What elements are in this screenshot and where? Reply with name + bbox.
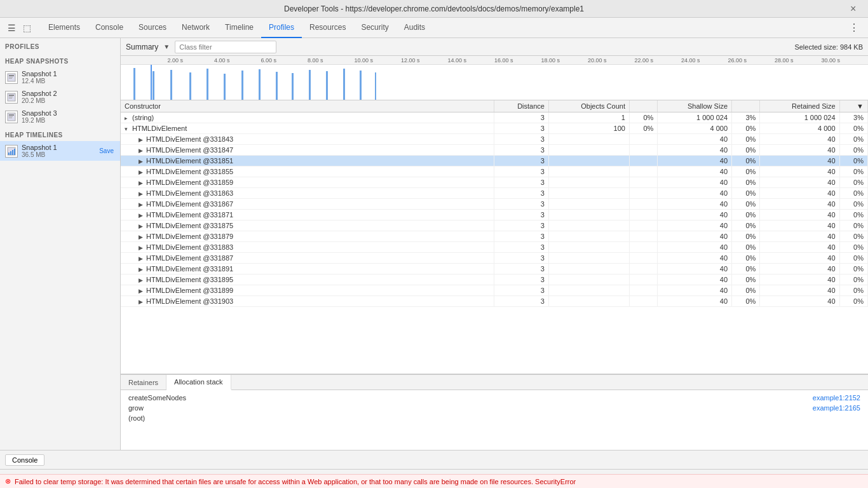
class-filter-input[interactable] (175, 41, 276, 53)
timeline-chart: 2.00 s4.00 s6.00 s8.00 s10.00 s12.00 s14… (121, 56, 868, 100)
cell-objects-pct (629, 156, 657, 166)
cell-shallow-pct: 0% (732, 231, 760, 242)
tab-profiles[interactable]: Profiles (261, 18, 302, 38)
timeline-item-0[interactable]: Snapshot 1 36.5 MB Save (0, 141, 120, 161)
device-mode-icon[interactable]: ⬚ (20, 22, 33, 34)
cell-shallow-pct: 3% (732, 112, 760, 123)
expand-arrow[interactable]: ▶ (139, 288, 146, 294)
col-shallow-pct[interactable] (732, 100, 760, 112)
snapshot-item-1[interactable]: Snapshot 2 20.2 MB (0, 87, 120, 107)
col-retained-pct[interactable]: ▼ (839, 100, 867, 112)
heap-snapshots-label: HEAP SNAPSHOTS (0, 53, 120, 67)
table-row[interactable]: ▶HTMLDivElement @331887 3 40 0% 40 0% (121, 253, 868, 264)
stack-link[interactable]: example1:2152 (813, 394, 860, 402)
col-distance[interactable]: Distance (494, 100, 549, 112)
cell-objects-count (548, 231, 629, 242)
save-button[interactable]: Save (98, 146, 115, 156)
cell-shallow-size: 40 (658, 199, 732, 210)
tab-sources[interactable]: Sources (131, 18, 174, 38)
expand-arrow[interactable]: ▶ (139, 180, 146, 186)
expand-arrow[interactable]: ▶ (139, 212, 146, 219)
expand-arrow[interactable]: ▶ (139, 223, 146, 229)
cell-objects-count (548, 253, 629, 264)
expand-arrow[interactable]: ▶ (139, 169, 146, 175)
table-row[interactable]: ▶HTMLDivElement @331847 3 40 0% 40 0% (121, 145, 868, 156)
expand-arrow[interactable]: ▶ (139, 299, 146, 305)
snapshot-item-2[interactable]: Snapshot 3 19.2 MB (0, 107, 120, 126)
col-constructor[interactable]: Constructor (121, 100, 494, 112)
cell-objects-pct: 0% (629, 112, 657, 123)
cell-retained-size: 40 (760, 242, 839, 253)
bottom-tab-0[interactable]: Retainers (121, 375, 166, 390)
expand-arrow[interactable]: ▶ (139, 277, 146, 283)
table-row[interactable]: ▶HTMLDivElement @331859 3 40 0% 40 0% (121, 177, 868, 188)
expand-arrow[interactable]: ▶ (139, 158, 146, 165)
tab-timeline[interactable]: Timeline (217, 18, 261, 38)
svg-rect-15 (12, 150, 13, 155)
table-row[interactable]: ▸(string) 3 1 0% 1 000 024 3% 1 000 024 … (121, 112, 868, 123)
tab-network[interactable]: Network (174, 18, 217, 38)
console-tab-button[interactable]: Console (5, 454, 44, 466)
table-row[interactable]: ▶HTMLDivElement @331863 3 40 0% 40 0% (121, 188, 868, 199)
table-row[interactable]: ▶HTMLDivElement @331903 3 40 0% 40 0% (121, 296, 868, 307)
bottom-tab-1[interactable]: Allocation stack (166, 375, 231, 390)
cell-retained-pct: 0% (839, 296, 867, 307)
timeline-svg (121, 65, 868, 100)
tab-security[interactable]: Security (353, 18, 396, 38)
table-row[interactable]: ▶HTMLDivElement @331899 3 40 0% 40 0% (121, 285, 868, 296)
cell-objects-pct (629, 166, 657, 177)
col-shallow-size[interactable]: Shallow Size (658, 100, 732, 112)
expand-arrow[interactable]: ▶ (139, 255, 146, 262)
col-retained-size[interactable]: Retained Size (760, 100, 839, 112)
table-row[interactable]: ▶HTMLDivElement @331895 3 40 0% 40 0% (121, 274, 868, 285)
snapshot-item-0[interactable]: Snapshot 1 12.4 MB (0, 67, 120, 87)
inspect-element-icon[interactable]: ☰ (5, 22, 18, 34)
cell-objects-pct (629, 264, 657, 274)
table-row[interactable]: ▶HTMLDivElement @331851 3 40 0% 40 0% (121, 156, 868, 166)
table-row[interactable]: ▶HTMLDivElement @331879 3 40 0% 40 0% (121, 231, 868, 242)
stack-function-name: grow (128, 404, 144, 412)
more-options-icon[interactable]: ⋮ (845, 22, 863, 34)
tab-resources[interactable]: Resources (302, 18, 353, 38)
cell-shallow-size: 40 (658, 210, 732, 220)
cell-constructor: ▶HTMLDivElement @331859 (121, 177, 494, 188)
summary-dropdown-arrow[interactable]: ▼ (163, 43, 170, 50)
cell-objects-pct (629, 134, 657, 145)
expand-arrow[interactable]: ▶ (139, 147, 146, 154)
table-body: ▸(string) 3 1 0% 1 000 024 3% 1 000 024 … (121, 112, 868, 307)
table-row[interactable]: ▶HTMLDivElement @331843 3 40 0% 40 0% (121, 134, 868, 145)
table-row[interactable]: ▶HTMLDivElement @331891 3 40 0% 40 0% (121, 264, 868, 274)
cell-shallow-pct: 0% (732, 177, 760, 188)
snapshot-name: Snapshot 3 (22, 109, 115, 117)
expand-arrow[interactable]: ▶ (139, 191, 146, 197)
tab-console[interactable]: Console (88, 18, 131, 38)
col-objects-count[interactable]: Objects Count (548, 100, 629, 112)
stack-link[interactable]: example1:2165 (813, 404, 860, 412)
table-row[interactable]: ▶HTMLDivElement @331855 3 40 0% 40 0% (121, 166, 868, 177)
col-objects-pct[interactable] (629, 100, 657, 112)
cell-shallow-pct: 0% (732, 264, 760, 274)
cell-constructor: ▶HTMLDivElement @331843 (121, 134, 494, 145)
tab-audits[interactable]: Audits (397, 18, 433, 38)
expand-arrow[interactable]: ▶ (139, 201, 146, 208)
svg-rect-5 (9, 95, 14, 96)
table-row[interactable]: ▶HTMLDivElement @331875 3 40 0% 40 0% (121, 220, 868, 231)
table-row[interactable]: ▶HTMLDivElement @331883 3 40 0% 40 0% (121, 242, 868, 253)
expand-arrow[interactable]: ▶ (139, 137, 146, 143)
close-button[interactable]: × (850, 4, 860, 14)
table-row[interactable]: ▾HTMLDivElement 3 100 0% 4 000 0% 4 000 … (121, 123, 868, 134)
timeline-info: Snapshot 1 36.5 MB (22, 144, 94, 158)
cell-retained-size: 40 (760, 188, 839, 199)
cell-shallow-pct: 0% (732, 220, 760, 231)
cell-retained-size: 40 (760, 177, 839, 188)
expand-arrow[interactable]: ▶ (139, 245, 146, 251)
expand-arrow[interactable]: ▶ (139, 266, 146, 273)
table-row[interactable]: ▶HTMLDivElement @331867 3 40 0% 40 0% (121, 199, 868, 210)
expand-arrow[interactable]: ▸ (125, 115, 132, 121)
table-row[interactable]: ▶HTMLDivElement @331871 3 40 0% 40 0% (121, 210, 868, 220)
collapse-arrow[interactable]: ▾ (125, 126, 132, 132)
cell-objects-pct (629, 210, 657, 220)
expand-arrow[interactable]: ▶ (139, 234, 146, 240)
tab-elements[interactable]: Elements (41, 18, 88, 38)
snapshot-list: Snapshot 1 12.4 MB Snapshot 2 20.2 MB Sn… (0, 67, 120, 126)
